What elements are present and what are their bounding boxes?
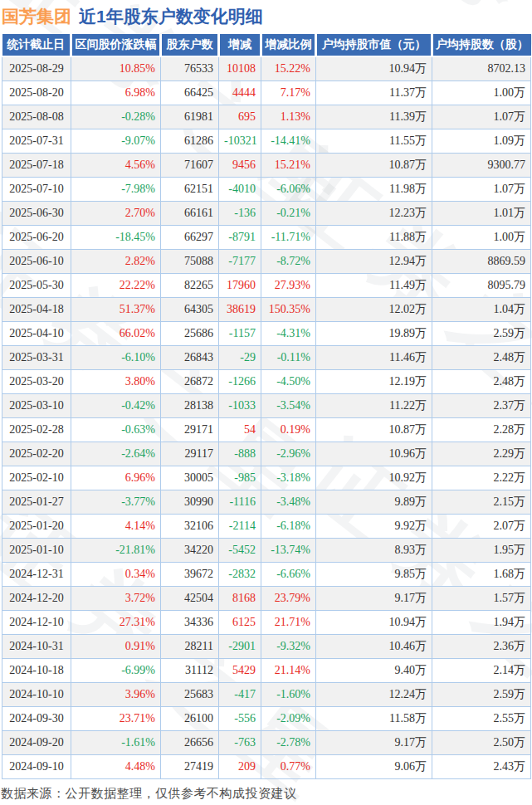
- cell-avg-shares: 2.28万: [432, 418, 531, 442]
- cell-date: 2024-10-18: [2, 659, 71, 683]
- table-header-row: 统计截止日区间股价涨跌幅股东户数增减增减比例户均持股市值（元）户均持股数（股）: [2, 34, 531, 56]
- cell-date: 2025-01-10: [2, 539, 71, 563]
- cell-pct-change: -9.07%: [71, 129, 161, 154]
- cell-date: 2024-12-31: [2, 563, 71, 587]
- table-row: 2025-04-1066.02%25686-1157-4.31%19.89万2.…: [2, 322, 531, 346]
- cell-avg-market-value: 11.98万: [316, 178, 432, 202]
- cell-avg-market-value: 9.17万: [316, 587, 432, 611]
- cell-change-ratio: 15.21%: [261, 154, 316, 178]
- cell-change-ratio: -3.54%: [261, 394, 316, 418]
- cell-avg-shares: 2.29万: [432, 442, 531, 466]
- cell-change: -2832: [219, 563, 261, 587]
- cell-avg-market-value: 12.19万: [316, 370, 432, 394]
- cell-change-ratio: -6.18%: [261, 515, 316, 539]
- cell-change-ratio: -11.71%: [261, 226, 316, 250]
- cell-date: 2025-07-10: [2, 178, 71, 202]
- cell-avg-market-value: 12.02万: [316, 298, 432, 322]
- cell-holder-count: 26656: [161, 731, 219, 755]
- table-row: 2025-08-2910.85%765331010815.22%10.94万87…: [2, 56, 531, 81]
- cell-avg-market-value: 11.37万: [316, 81, 432, 105]
- cell-change-ratio: -2.78%: [261, 731, 316, 755]
- table-row: 2025-06-102.82%75088-7177-8.72%12.94万886…: [2, 250, 531, 274]
- cell-date: 2025-06-10: [2, 250, 71, 274]
- cell-change: -1116: [219, 490, 261, 515]
- cell-avg-market-value: 11.55万: [316, 129, 432, 154]
- cell-avg-market-value: 10.87万: [316, 154, 432, 178]
- cell-change-ratio: -6.06%: [261, 178, 316, 202]
- table-row: 2025-02-28-0.63%29171540.19%10.87万2.28万: [2, 418, 531, 442]
- cell-holder-count: 71607: [161, 154, 219, 178]
- cell-holder-count: 32106: [161, 515, 219, 539]
- cell-date: 2024-09-30: [2, 707, 71, 731]
- cell-pct-change: 6.98%: [71, 81, 161, 105]
- cell-change: -417: [219, 683, 261, 707]
- cell-pct-change: -6.99%: [71, 659, 161, 683]
- cell-avg-market-value: 10.94万: [316, 611, 432, 635]
- table-row: 2025-07-31-9.07%61286-10321-14.41%11.55万…: [2, 129, 531, 154]
- cell-pct-change: 0.34%: [71, 563, 161, 587]
- cell-change-ratio: -3.48%: [261, 490, 316, 515]
- cell-change-ratio: -1.60%: [261, 683, 316, 707]
- cell-avg-shares: 1.00万: [432, 81, 531, 105]
- cell-change: -5452: [219, 539, 261, 563]
- cell-date: 2025-03-20: [2, 370, 71, 394]
- cell-pct-change: 0.91%: [71, 635, 161, 659]
- cell-pct-change: 10.85%: [71, 56, 161, 81]
- cell-avg-shares: 1.94万: [432, 611, 531, 635]
- cell-holder-count: 82265: [161, 274, 219, 298]
- cell-change-ratio: -4.50%: [261, 370, 316, 394]
- cell-pct-change: -0.28%: [71, 105, 161, 129]
- table-row: 2025-03-203.80%26872-1266-4.50%12.19万2.4…: [2, 370, 531, 394]
- cell-avg-shares: 2.50万: [432, 731, 531, 755]
- cell-change: 695: [219, 105, 261, 129]
- cell-date: 2024-09-20: [2, 731, 71, 755]
- cell-avg-shares: 2.15万: [432, 490, 531, 515]
- cell-change-ratio: -4.31%: [261, 322, 316, 346]
- column-header-avg-market-value: 户均持股市值（元）: [316, 34, 432, 56]
- cell-change-ratio: -3.18%: [261, 466, 316, 490]
- table-row: 2024-09-104.48%274192090.77%9.06万2.43万: [2, 755, 531, 779]
- cell-avg-market-value: 12.24万: [316, 683, 432, 707]
- cell-holder-count: 30005: [161, 466, 219, 490]
- table-row: 2024-09-20-1.61%26656-763-2.78%9.17万2.50…: [2, 731, 531, 755]
- table-row: 2025-01-204.14%32106-2114-6.18%9.92万2.07…: [2, 515, 531, 539]
- cell-date: 2024-10-10: [2, 683, 71, 707]
- cell-avg-market-value: 9.89万: [316, 490, 432, 515]
- cell-avg-market-value: 11.58万: [316, 707, 432, 731]
- cell-holder-count: 26872: [161, 370, 219, 394]
- cell-pct-change: -18.45%: [71, 226, 161, 250]
- table-row: 2025-02-106.96%30005-985-3.18%10.92万2.22…: [2, 466, 531, 490]
- cell-change: -985: [219, 466, 261, 490]
- cell-date: 2025-01-20: [2, 515, 71, 539]
- table-row: 2025-07-10-7.98%62151-4010-6.06%11.98万1.…: [2, 178, 531, 202]
- cell-avg-shares: 2.36万: [432, 635, 531, 659]
- cell-date: 2025-08-20: [2, 81, 71, 105]
- cell-holder-count: 25686: [161, 322, 219, 346]
- cell-holder-count: 28211: [161, 635, 219, 659]
- table-row: 2025-06-20-18.45%66297-8791-11.71%11.88万…: [2, 226, 531, 250]
- table-header: 统计截止日区间股价涨跌幅股东户数增减增减比例户均持股市值（元）户均持股数（股）: [2, 34, 531, 56]
- cell-pct-change: 3.96%: [71, 683, 161, 707]
- cell-pct-change: -2.64%: [71, 442, 161, 466]
- cell-change-ratio: -6.66%: [261, 563, 316, 587]
- cell-date: 2024-12-20: [2, 587, 71, 611]
- company-name-link[interactable]: 国芳集团: [2, 7, 71, 26]
- table-row: 2025-04-1851.37%6430538619150.35%12.02万1…: [2, 298, 531, 322]
- cell-holder-count: 39672: [161, 563, 219, 587]
- cell-change: -556: [219, 707, 261, 731]
- cell-change: 4444: [219, 81, 261, 105]
- cell-avg-shares: 2.43万: [432, 755, 531, 779]
- cell-avg-shares: 8869.59: [432, 250, 531, 274]
- cell-holder-count: 61286: [161, 129, 219, 154]
- cell-avg-shares: 2.59万: [432, 683, 531, 707]
- cell-holder-count: 62151: [161, 178, 219, 202]
- cell-holder-count: 29171: [161, 418, 219, 442]
- cell-date: 2025-01-27: [2, 490, 71, 515]
- cell-avg-shares: 8702.13: [432, 56, 531, 81]
- column-header-pct-change: 区间股价涨跌幅: [71, 34, 161, 56]
- cell-holder-count: 28138: [161, 394, 219, 418]
- cell-avg-market-value: 8.93万: [316, 539, 432, 563]
- cell-change: -10321: [219, 129, 261, 154]
- cell-pct-change: 4.48%: [71, 755, 161, 779]
- cell-avg-shares: 1.95万: [432, 539, 531, 563]
